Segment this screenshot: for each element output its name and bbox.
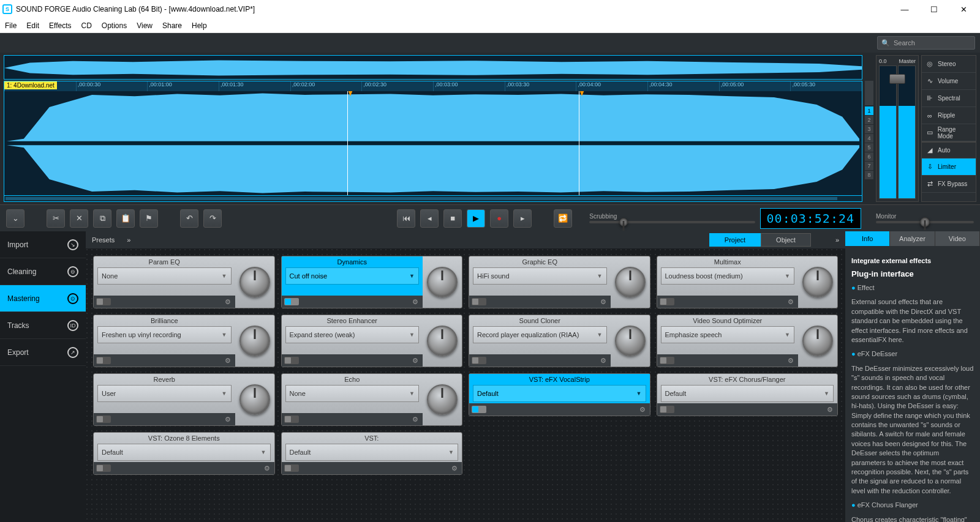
maximize-button[interactable]: ☐ — [920, 1, 948, 18]
presets-expand-icon[interactable]: » — [127, 236, 130, 244]
track-num-2[interactable]: 2 — [865, 116, 873, 124]
master-fader[interactable] — [889, 74, 905, 84]
gear-icon[interactable]: ⚙ — [223, 297, 233, 307]
track-num-5[interactable]: 5 — [865, 143, 873, 152]
nav-cleaning[interactable]: Cleaning⊖ — [0, 258, 86, 285]
redo-button[interactable]: ↷ — [203, 209, 222, 228]
panel-expand-icon[interactable]: » — [835, 236, 839, 244]
fx-knob[interactable] — [427, 384, 458, 415]
loop-marker[interactable] — [579, 91, 579, 195]
fx-toggle[interactable] — [660, 298, 674, 305]
infotab-analyzer[interactable]: Analyzer — [890, 231, 935, 246]
track-num-3[interactable]: 3 — [865, 125, 873, 133]
fx-knob[interactable] — [239, 267, 270, 297]
track-num-1[interactable]: 1 — [865, 106, 873, 115]
tab-object[interactable]: Object — [761, 233, 811, 247]
search-input[interactable]: 🔍 Search — [877, 36, 975, 50]
record-button[interactable]: ● — [490, 209, 508, 228]
opt-fx-bypass[interactable]: ⇄FX Bypass — [922, 176, 976, 193]
menu-file[interactable]: File — [5, 21, 17, 30]
waveform-overview[interactable] — [4, 55, 862, 80]
fx-toggle[interactable] — [96, 464, 111, 472]
track-num-6[interactable]: 6 — [865, 152, 873, 161]
fx-knob[interactable] — [615, 267, 646, 297]
opt-range-mode[interactable]: ▭Range Mode — [922, 124, 976, 141]
fx-toggle[interactable] — [660, 406, 674, 413]
undo-button[interactable]: ↶ — [180, 209, 198, 228]
opt-auto[interactable]: ◢Auto — [922, 141, 976, 158]
fx-preset-dropdown[interactable]: Freshen up vinyl recording▼ — [97, 326, 232, 343]
fx-preset-dropdown[interactable]: Default▼ — [97, 444, 271, 461]
fx-preset-dropdown[interactable]: Loudness boost (medium)▼ — [661, 267, 795, 285]
opt-volume[interactable]: ∿Volume — [922, 73, 976, 90]
fx-toggle[interactable] — [284, 416, 299, 423]
fx-toggle[interactable] — [284, 357, 299, 364]
gear-icon[interactable]: ⚙ — [223, 414, 233, 424]
fx-preset-dropdown[interactable]: None▼ — [285, 385, 420, 402]
opt-ripple[interactable]: ∞Ripple — [922, 107, 976, 124]
track-num-7[interactable]: 7 — [865, 162, 873, 170]
gear-icon[interactable]: ⚙ — [598, 356, 608, 365]
menu-edit[interactable]: Edit — [26, 21, 39, 30]
fx-toggle[interactable] — [96, 416, 111, 423]
playhead[interactable] — [347, 91, 348, 195]
nav-tracks[interactable]: TracksID — [0, 312, 86, 339]
scrub-slider[interactable]: Scrubbing — [589, 213, 755, 223]
infotab-info[interactable]: Info — [845, 231, 890, 246]
nav-import[interactable]: Import↘ — [0, 231, 86, 258]
gear-icon[interactable]: ⚙ — [786, 297, 796, 307]
fx-preset-dropdown[interactable]: None▼ — [97, 267, 232, 285]
cut-button[interactable]: ✂ — [47, 209, 65, 228]
fx-preset-dropdown[interactable]: User▼ — [97, 385, 232, 402]
fx-toggle[interactable] — [284, 298, 299, 305]
gear-icon[interactable]: ⚙ — [638, 405, 647, 414]
flag-button[interactable]: ⚑ — [140, 209, 158, 228]
opt-stereo[interactable]: ◎Stereo — [922, 56, 976, 73]
fx-preset-dropdown[interactable]: HiFi sound▼ — [473, 267, 607, 285]
menu-share[interactable]: Share — [162, 21, 182, 30]
gear-icon[interactable]: ⚙ — [598, 297, 608, 307]
gear-icon[interactable]: ⚙ — [450, 463, 459, 473]
fx-toggle[interactable] — [96, 298, 111, 305]
monitor-slider[interactable]: Monitor — [876, 213, 974, 223]
paste-button[interactable]: 📋 — [116, 209, 135, 228]
loop-button[interactable]: 🔁 — [554, 209, 572, 228]
fx-preset-dropdown[interactable]: Default▼ — [285, 444, 459, 461]
fx-knob[interactable] — [427, 326, 458, 356]
time-ruler[interactable]: ,00:00:00,00:00:30,00:01:00,00:01:30,00:… — [4, 81, 862, 91]
infotab-video[interactable]: Video — [935, 231, 980, 246]
fx-knob[interactable] — [239, 326, 270, 356]
stop-button[interactable]: ■ — [443, 209, 462, 228]
copy-button[interactable]: ⧉ — [93, 209, 111, 228]
menu-effects[interactable]: Effects — [49, 21, 71, 30]
fx-preset-dropdown[interactable]: Default▼ — [473, 385, 646, 402]
gear-icon[interactable]: ⚙ — [410, 297, 420, 307]
menu-options[interactable]: Options — [102, 21, 127, 30]
play-button[interactable]: ▶ — [467, 209, 485, 228]
delete-button[interactable]: ✕ — [70, 209, 88, 228]
gear-icon[interactable]: ⚙ — [786, 356, 796, 365]
gear-icon[interactable]: ⚙ — [410, 414, 420, 424]
gear-icon[interactable]: ⚙ — [262, 463, 272, 473]
presets-label[interactable]: Presets — [92, 236, 115, 244]
fx-toggle[interactable] — [472, 406, 486, 413]
opt-limiter[interactable]: ⇩Limiter — [922, 158, 976, 176]
track-num-4[interactable]: 4 — [865, 134, 873, 143]
fx-knob[interactable] — [802, 267, 833, 297]
prev-button[interactable]: ◂ — [420, 209, 439, 228]
nav-export[interactable]: Export↗ — [0, 339, 86, 366]
fx-preset-dropdown[interactable]: Expand stereo (weak)▼ — [285, 326, 420, 343]
minimize-button[interactable]: — — [891, 1, 919, 18]
opt-spectral[interactable]: ⊪Spectral — [922, 90, 976, 107]
fx-knob[interactable] — [802, 326, 833, 356]
gear-icon[interactable]: ⚙ — [410, 356, 420, 365]
fx-knob[interactable] — [427, 267, 458, 297]
fx-preset-dropdown[interactable]: Cut off noise▼ — [285, 267, 420, 285]
menu-cd[interactable]: CD — [81, 21, 92, 30]
fx-toggle[interactable] — [284, 464, 299, 472]
close-button[interactable]: ✕ — [949, 1, 978, 18]
expand-button[interactable]: ⌄ — [6, 209, 24, 228]
fx-preset-dropdown[interactable]: Emphasize speech▼ — [661, 326, 795, 343]
menu-help[interactable]: Help — [192, 21, 207, 30]
menu-view[interactable]: View — [137, 21, 153, 30]
